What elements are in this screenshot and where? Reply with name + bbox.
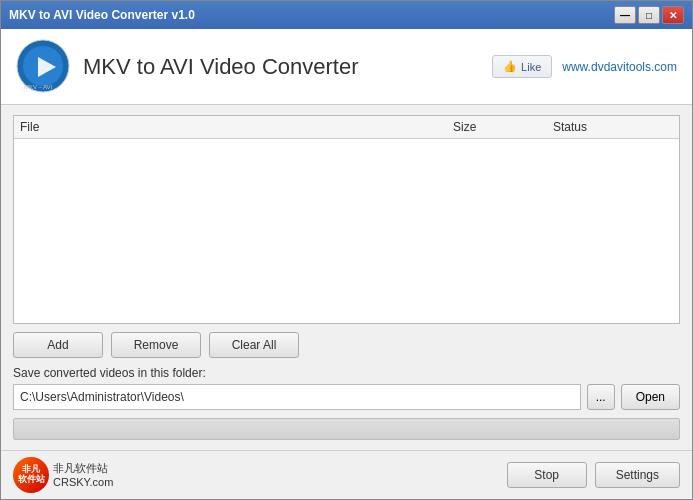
- progress-section: [13, 418, 680, 440]
- watermark: 非凡软件站 非凡软件站 CRSKY.com: [13, 457, 113, 493]
- col-status-header: Status: [553, 120, 673, 134]
- minimize-button[interactable]: —: [614, 6, 636, 24]
- app-window: MKV to AVI Video Converter v1.0 — □ ✕ MK…: [0, 0, 693, 500]
- save-folder-section: Save converted videos in this folder: ..…: [13, 366, 680, 410]
- add-button[interactable]: Add: [13, 332, 103, 358]
- clear-all-button[interactable]: Clear All: [209, 332, 299, 358]
- thumbs-up-icon: 👍: [503, 60, 517, 73]
- folder-path-input[interactable]: [13, 384, 581, 410]
- browse-button[interactable]: ...: [587, 384, 615, 410]
- bottom-right-buttons: Stop Settings: [507, 462, 680, 488]
- save-folder-label: Save converted videos in this folder:: [13, 366, 680, 380]
- title-bar: MKV to AVI Video Converter v1.0 — □ ✕: [1, 1, 692, 29]
- watermark-logo: 非凡软件站: [13, 457, 49, 493]
- maximize-button[interactable]: □: [638, 6, 660, 24]
- settings-button[interactable]: Settings: [595, 462, 680, 488]
- close-button[interactable]: ✕: [662, 6, 684, 24]
- table-body: [14, 139, 679, 279]
- title-bar-text: MKV to AVI Video Converter v1.0: [9, 8, 614, 22]
- app-title: MKV to AVI Video Converter: [83, 54, 492, 80]
- progress-bar: [13, 418, 680, 440]
- remove-button[interactable]: Remove: [111, 332, 201, 358]
- col-file-header: File: [20, 120, 453, 134]
- website-link[interactable]: www.dvdavitools.com: [562, 60, 677, 74]
- main-content: File Size Status Add Remove Clear All Sa…: [1, 105, 692, 450]
- stop-button[interactable]: Stop: [507, 462, 587, 488]
- app-logo: MKV→AVI: [16, 39, 71, 94]
- bottom-bar: 非凡软件站 非凡软件站 CRSKY.com Stop Settings: [1, 450, 692, 499]
- like-button[interactable]: 👍 Like: [492, 55, 552, 78]
- watermark-text: 非凡软件站 CRSKY.com: [53, 461, 113, 490]
- col-size-header: Size: [453, 120, 553, 134]
- open-button[interactable]: Open: [621, 384, 680, 410]
- folder-row: ... Open: [13, 384, 680, 410]
- action-buttons: Add Remove Clear All: [13, 332, 680, 358]
- app-header: MKV→AVI MKV to AVI Video Converter 👍 Lik…: [1, 29, 692, 105]
- table-header: File Size Status: [14, 116, 679, 139]
- svg-text:MKV→AVI: MKV→AVI: [24, 84, 53, 90]
- file-table: File Size Status: [13, 115, 680, 324]
- title-bar-buttons: — □ ✕: [614, 6, 684, 24]
